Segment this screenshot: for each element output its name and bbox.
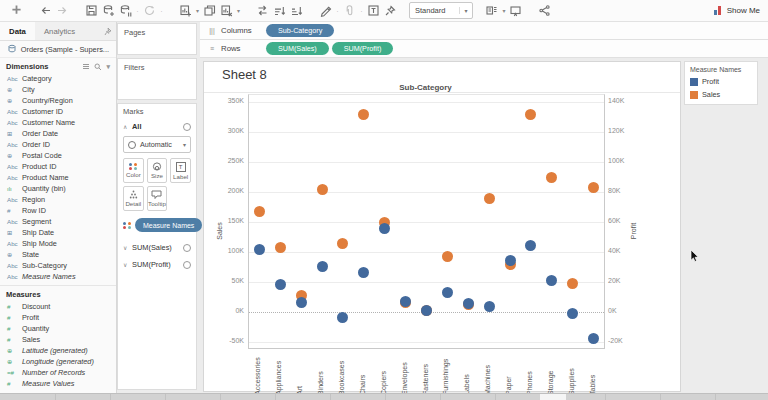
shelf-pill[interactable]: Sub-Category [266,24,334,37]
pin-icon[interactable] [104,22,116,40]
plot-area[interactable] [248,94,605,349]
field-item[interactable]: ⊞Order Date [0,128,116,139]
clear-sheet-caret[interactable]: ▾ [235,7,242,14]
add-data-source-icon[interactable] [100,3,117,19]
data-point[interactable] [337,238,348,249]
field-item[interactable]: AbcSub-Category [0,260,116,271]
field-item[interactable]: ⊕City [0,84,116,95]
data-point[interactable] [484,301,495,312]
save-icon[interactable] [83,3,100,19]
shelf-pill[interactable]: SUM(Profit) [332,42,394,55]
sheet-title[interactable]: Sheet 8 [222,67,267,82]
field-item[interactable]: AbcMeasure Names [0,271,116,282]
data-point[interactable] [567,308,578,319]
highlight-caret[interactable]: · [334,8,341,14]
detail-button[interactable]: Detail [123,186,144,211]
x-axis-label[interactable]: Appliances [275,349,284,395]
presentation-mode-icon[interactable] [507,3,524,19]
x-axis-label[interactable]: Supplies [568,349,577,395]
data-point[interactable] [546,275,557,286]
x-axis-label[interactable]: Copiers [380,349,389,395]
find-field-icon[interactable] [94,63,102,71]
measure-card-menu-icon[interactable] [183,261,191,269]
pages-shelf[interactable]: Pages [117,23,197,55]
data-point[interactable] [317,261,328,272]
filters-shelf[interactable]: Filters [117,58,197,100]
field-item[interactable]: AbcCustomer ID [0,106,116,117]
measure-names-pill[interactable]: Measure Names [135,218,202,232]
data-point[interactable] [567,278,578,289]
color-button[interactable]: Color [123,158,144,183]
x-axis-label[interactable]: Accessories [254,349,263,395]
data-point[interactable] [254,206,265,217]
chart-column-header[interactable]: Sub-Category [248,83,603,92]
data-point[interactable] [317,184,328,195]
field-item[interactable]: AbcProduct Name [0,172,116,183]
field-item[interactable]: AbcShip Mode [0,238,116,249]
show-mark-labels-icon[interactable] [365,3,382,19]
mark-type-dropdown[interactable]: Automatic ▾ [123,136,191,153]
legend-item[interactable]: Profit [685,75,757,88]
x-axis-label[interactable]: Envelopes [401,349,410,395]
refresh-icon[interactable] [141,3,158,19]
show-hide-cards-icon[interactable] [483,3,500,19]
field-item[interactable]: ⊕State [0,249,116,260]
redo-icon[interactable] [54,3,71,19]
field-item[interactable]: #Measure Values [0,378,116,389]
size-button[interactable]: Size [147,158,168,183]
x-axis-label[interactable]: Machines [484,349,493,395]
x-axis-label[interactable]: Binders [317,349,326,395]
swap-rows-columns-icon[interactable] [254,3,271,19]
data-point[interactable] [254,244,265,255]
field-item[interactable]: #Quantity [0,323,116,334]
data-point[interactable] [525,240,536,251]
x-axis-label[interactable]: Tables [589,349,598,395]
x-axis-label[interactable]: Furnishings [442,349,451,395]
shelf-pill[interactable]: SUM(Sales) [266,42,329,55]
data-point[interactable] [358,267,369,278]
data-point[interactable] [525,109,536,120]
duplicate-icon[interactable] [201,3,218,19]
field-item[interactable]: ⊕Country/Region [0,95,116,106]
sort-ascending-icon[interactable] [271,3,288,19]
field-item[interactable]: #Sales [0,334,116,345]
data-point[interactable] [337,312,348,323]
data-point[interactable] [442,287,453,298]
refresh-dropdown-caret[interactable]: · [158,8,165,14]
field-item[interactable]: AbcProduct ID [0,161,116,172]
measure-card-row[interactable]: ∨SUM(Profit) [123,260,191,269]
data-point[interactable] [275,242,286,253]
x-axis-label[interactable]: Bookcases [338,349,347,395]
highlight-icon[interactable] [317,3,334,19]
x-axis-label[interactable]: Storage [547,349,556,395]
field-item[interactable]: AbcCustomer Name [0,117,116,128]
data-point[interactable] [421,305,432,316]
marks-all-menu-icon[interactable] [183,123,191,131]
x-axis-label[interactable]: Art [296,349,305,395]
data-source-item[interactable]: Orders (Sample - Supers... [0,41,116,58]
x-axis-label[interactable]: Phones [526,349,535,395]
x-axis-label[interactable]: Paper [505,349,514,395]
data-point[interactable] [358,109,369,120]
pause-dropdown-caret[interactable]: · [134,8,141,14]
data-point[interactable] [463,298,474,309]
field-item[interactable]: ⊕Latitude (generated) [0,345,116,356]
marks-all-section[interactable]: ∧ All [123,122,191,131]
field-item[interactable]: AbcSegment [0,216,116,227]
group-caret[interactable]: · [358,8,365,14]
rows-shelf[interactable]: ≡ Rows SUM(Sales)SUM(Profit) [200,40,768,58]
fit-selector[interactable]: Standard ▾ [409,2,473,19]
columns-shelf[interactable]: ||| Columns Sub-Category [200,22,768,40]
clear-sheet-icon[interactable] [218,3,235,19]
x-axis-label[interactable]: Fasteners [422,349,431,395]
label-button[interactable]: T Label [170,158,191,183]
data-point[interactable] [505,255,516,266]
tab-analytics[interactable]: Analytics [35,22,84,40]
show-hide-cards-caret[interactable]: ▾ [500,7,507,14]
sort-descending-icon[interactable] [288,3,305,19]
field-item[interactable]: ⊕Postal Code [0,150,116,161]
tab-data[interactable]: Data [0,22,35,40]
new-worksheet-caret[interactable]: ▾ [194,7,201,14]
pause-auto-updates-icon[interactable] [117,3,134,19]
x-axis-label[interactable]: Labels [463,349,472,395]
